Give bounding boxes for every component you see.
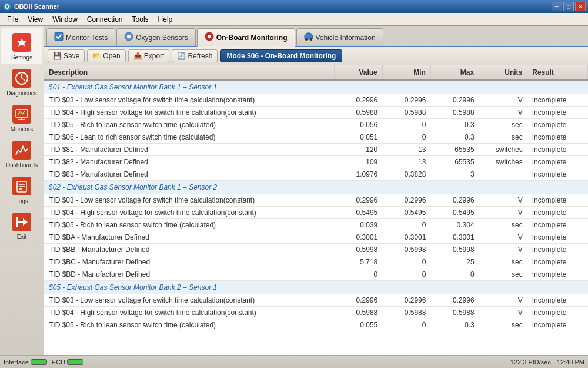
sidebar-item-exit[interactable]: Exit xyxy=(1,208,42,244)
cell-result: Incomplete xyxy=(527,268,588,281)
tab-oxygen-sensors[interactable]: Oxygen Sensors xyxy=(116,28,196,46)
menu-item-file[interactable]: File xyxy=(2,14,23,25)
cell-result: Incomplete xyxy=(527,194,588,207)
cell-value: 0.039 xyxy=(334,219,382,231)
cell-result: Incomplete xyxy=(527,256,588,268)
title-bar-controls: ─ □ ✕ xyxy=(552,2,586,11)
cell-result: Incomplete xyxy=(527,207,588,219)
cell-units: sec xyxy=(479,119,527,131)
refresh-button[interactable]: 🔄 Refresh xyxy=(172,49,218,62)
menu-item-connection[interactable]: Connection xyxy=(82,14,128,25)
interface-indicator: Interface xyxy=(4,359,47,366)
cell-max: 0.2996 xyxy=(430,94,479,107)
sidebar-item-monitors[interactable]: Monitors xyxy=(1,100,42,136)
cell-min: 0.3828 xyxy=(382,168,430,181)
cell-min: 13 xyxy=(382,144,430,156)
tab-vehicle-information[interactable]: Vehicle Information xyxy=(296,28,383,46)
open-icon: 📂 xyxy=(92,52,101,60)
cell-min: 0 xyxy=(382,131,430,144)
cell-max: 0.5988 xyxy=(430,307,479,319)
cell-result: Incomplete xyxy=(527,307,588,319)
vehicle-information-tab-label: Vehicle Information xyxy=(316,34,376,42)
cell-units: sec xyxy=(479,268,527,281)
cell-description: TID $83 - Manufacturer Defined xyxy=(44,168,334,181)
on-board-monitoring-tab-label: On-Board Monitoring xyxy=(216,34,288,42)
status-right: 122.3 PID/sec 12:40 PM xyxy=(510,359,584,366)
close-button[interactable]: ✕ xyxy=(575,2,586,11)
tab-on-board-monitoring[interactable]: On-Board Monitoring xyxy=(197,28,295,47)
menu-item-view[interactable]: View xyxy=(23,14,48,25)
table-row: $01 - Exhaust Gas Sensor Monitor Bank 1 … xyxy=(44,80,588,94)
cell-max: 0.304 xyxy=(430,219,479,231)
status-time: 12:40 PM xyxy=(557,359,584,366)
minimize-button[interactable]: ─ xyxy=(552,2,562,11)
cell-max: 0.3 xyxy=(430,319,479,331)
cell-min: 0.2996 xyxy=(382,294,430,307)
settings-icon xyxy=(11,32,32,53)
sidebar-item-dashboards[interactable]: Dashboards xyxy=(1,136,42,172)
svg-rect-18 xyxy=(16,217,18,227)
svg-point-26 xyxy=(310,38,312,41)
maximize-button[interactable]: □ xyxy=(563,2,574,11)
svg-text:O: O xyxy=(5,4,9,10)
cell-result: Incomplete xyxy=(527,244,588,256)
export-button[interactable]: 📤 Export xyxy=(128,49,170,62)
cell-min: 0.2996 xyxy=(382,194,430,207)
sidebar-item-logs[interactable]: Logs xyxy=(1,172,42,208)
cell-max: 0.3 xyxy=(430,119,479,131)
menu-item-window[interactable]: Window xyxy=(48,14,82,25)
cell-result: Incomplete xyxy=(527,319,588,331)
table-row: TID $BA - Manufacturer Defined0.30010.30… xyxy=(44,231,588,244)
cell-value: 0.056 xyxy=(334,119,382,131)
table-container[interactable]: Description Value Min Max Units Result $… xyxy=(44,65,588,355)
table-row: TID $83 - Manufacturer Defined1.09760.38… xyxy=(44,168,588,181)
cell-value: 0.051 xyxy=(334,131,382,144)
status-bar: Interface ECU 122.3 PID/sec 12:40 PM xyxy=(0,355,588,368)
cell-description: TID $04 - High sensor voltage for switch… xyxy=(44,207,334,219)
sidebar-item-diagnostics[interactable]: Diagnostics xyxy=(1,64,42,100)
menu-item-tools[interactable]: Tools xyxy=(128,14,153,25)
cell-min: 0 xyxy=(382,219,430,231)
open-button[interactable]: 📂 Open xyxy=(87,49,125,62)
cell-description: TID $03 - Low sensor voltage for switch … xyxy=(44,94,334,107)
menu-item-help[interactable]: Help xyxy=(153,14,178,25)
cell-max: 0.5998 xyxy=(430,244,479,256)
table-row: TID $05 - Rich to lean sensor switch tim… xyxy=(44,219,588,231)
table-row: TID $BD - Manufacturer Defined000secInco… xyxy=(44,268,588,281)
table-row: TID $BC - Manufacturer Defined5.718025se… xyxy=(44,256,588,268)
cell-units: V xyxy=(479,294,527,307)
cell-min: 0 xyxy=(382,256,430,268)
cell-min: 0 xyxy=(382,319,430,331)
cell-max: 25 xyxy=(430,256,479,268)
col-max: Max xyxy=(430,65,479,80)
sidebar-item-settings[interactable]: Settings xyxy=(1,28,42,64)
table-row: TID $05 - Rich to lean sensor switch tim… xyxy=(44,319,588,331)
cell-description: TID $BB - Manufacturer Defined xyxy=(44,244,334,256)
diagnostics-icon xyxy=(11,68,32,89)
svg-point-23 xyxy=(208,35,211,38)
cell-value: 0.2996 xyxy=(334,94,382,107)
table-row: TID $BB - Manufacturer Defined0.59980.59… xyxy=(44,244,588,256)
cell-value: 0.5495 xyxy=(334,207,382,219)
cell-max: 0.3 xyxy=(430,131,479,144)
cell-max: 0.3001 xyxy=(430,231,479,244)
table-row: TID $04 - High sensor voltage for switch… xyxy=(44,107,588,119)
table-header: Description Value Min Max Units Result xyxy=(44,65,588,80)
cell-min: 0 xyxy=(382,119,430,131)
svg-point-21 xyxy=(127,35,131,38)
cell-value: 1.0976 xyxy=(334,168,382,181)
cell-min: 0.2996 xyxy=(382,94,430,107)
save-button[interactable]: 💾 Save xyxy=(48,49,85,62)
section-header-label: $02 - Exhaust Gas Sensor Monitor Bank 1 … xyxy=(44,181,588,194)
cell-min: 0 xyxy=(382,268,430,281)
sidebar-label-diagnostics: Diagnostics xyxy=(6,90,37,97)
cell-description: TID $82 - Manufacturer Defined xyxy=(44,156,334,168)
cell-value: 0.055 xyxy=(334,319,382,331)
tab-monitor-tests[interactable]: Monitor Tests xyxy=(46,28,115,46)
oxygen-sensors-tab-label: Oxygen Sensors xyxy=(136,34,188,42)
cell-units: sec xyxy=(479,131,527,144)
cell-units: sec xyxy=(479,319,527,331)
refresh-label: Refresh xyxy=(188,52,212,60)
cell-max: 0 xyxy=(430,268,479,281)
table-row: TID $82 - Manufacturer Defined1091365535… xyxy=(44,156,588,168)
